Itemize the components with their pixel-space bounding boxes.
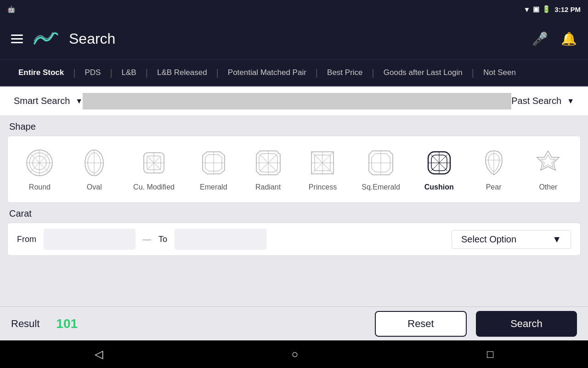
header: Search 🎤 🔔: [0, 18, 588, 60]
smart-search-arrow: ▼: [75, 97, 83, 105]
android-icon: 🤖: [7, 6, 15, 13]
search-controls: Smart Search ▼ Past Search ▼: [0, 86, 588, 116]
carat-section: Carat From — To Select Option ▼: [0, 203, 588, 256]
bottom-bar: Result 101 Reset Search: [0, 306, 588, 340]
shape-pear-label: Pear: [486, 183, 502, 191]
carat-section-label: Carat: [0, 203, 588, 223]
shape-other[interactable]: Other: [527, 144, 569, 195]
carat-inputs: From — To Select Option ▼: [7, 223, 581, 256]
shape-cushion-label: Cushion: [424, 183, 454, 191]
nav-tabs: Entire Stock | PDS | L&B | L&B Released …: [0, 60, 588, 86]
carat-select-option[interactable]: Select Option ▼: [452, 230, 571, 249]
time-display: 3:12 PM: [554, 6, 581, 13]
shape-emerald-label: Emerald: [200, 183, 227, 191]
tab-goods-after-last-login[interactable]: Goods after Last Login: [374, 60, 472, 86]
select-option-arrow: ▼: [552, 234, 561, 245]
shape-other-label: Other: [539, 183, 557, 191]
tab-lb[interactable]: L&B: [113, 60, 146, 86]
shape-princess-label: Princess: [309, 183, 337, 191]
search-button[interactable]: Search: [476, 311, 577, 337]
shape-round[interactable]: Round: [18, 144, 61, 195]
shape-princess[interactable]: Princess: [301, 144, 344, 195]
shape-sq-emerald-label: Sq.Emerald: [362, 183, 400, 191]
tab-pds[interactable]: PDS: [75, 60, 110, 86]
shape-cu-modified-label: Cu. Modified: [133, 183, 175, 191]
signal-icon: ▣: [533, 5, 539, 13]
tab-potential-matched-pair[interactable]: Potential Matched Pair: [219, 60, 316, 86]
android-back-button[interactable]: ◁: [95, 348, 103, 361]
shape-round-label: Round: [29, 183, 51, 191]
menu-button[interactable]: [11, 34, 23, 43]
shape-emerald[interactable]: Emerald: [192, 144, 235, 195]
search-divider: [83, 93, 511, 109]
shape-radiant-label: Radiant: [255, 183, 281, 191]
battery-icon: 🔋: [542, 5, 551, 13]
android-home-button[interactable]: ○: [292, 348, 299, 361]
notification-icon[interactable]: 🔔: [561, 31, 577, 46]
tab-best-price[interactable]: Best Price: [318, 60, 372, 86]
smart-search-dropdown[interactable]: Smart Search ▼: [14, 96, 83, 106]
shape-oval-label: Oval: [87, 183, 102, 191]
android-recents-button[interactable]: □: [487, 348, 494, 361]
shape-cushion[interactable]: Cushion: [418, 144, 460, 195]
tab-lb-released[interactable]: L&B Released: [148, 60, 216, 86]
result-label: Result: [11, 318, 40, 330]
android-nav-bar: ◁ ○ □: [0, 340, 588, 368]
result-count: 101: [56, 316, 78, 331]
page-title: Search: [69, 30, 523, 47]
shape-oval[interactable]: Oval: [73, 144, 115, 195]
wifi-icon: ▼: [523, 6, 530, 13]
shape-selector: Round Oval: [7, 136, 581, 203]
carat-dash: —: [143, 235, 151, 244]
app-logo: [32, 31, 60, 47]
to-label: To: [158, 235, 167, 244]
tab-entire-stock[interactable]: Entire Stock: [9, 60, 73, 86]
carat-to-input[interactable]: [175, 229, 266, 250]
status-bar: 🤖 ▼ ▣ 🔋 3:12 PM: [0, 0, 588, 18]
reset-button[interactable]: Reset: [375, 311, 467, 337]
from-label: From: [17, 235, 36, 244]
past-search-dropdown[interactable]: Past Search ▼: [511, 96, 574, 106]
microphone-icon[interactable]: 🎤: [532, 31, 548, 46]
past-search-arrow: ▼: [567, 97, 574, 105]
shape-radiant[interactable]: Radiant: [247, 144, 289, 195]
shape-sq-emerald[interactable]: Sq.Emerald: [356, 144, 406, 195]
shape-cu-modified[interactable]: Cu. Modified: [128, 144, 180, 195]
shape-section-label: Shape: [0, 116, 588, 136]
header-actions: 🎤 🔔: [532, 31, 577, 46]
shape-pear[interactable]: Pear: [473, 144, 515, 195]
carat-from-input[interactable]: [44, 229, 136, 250]
tab-not-seen[interactable]: Not Seen: [474, 60, 525, 86]
